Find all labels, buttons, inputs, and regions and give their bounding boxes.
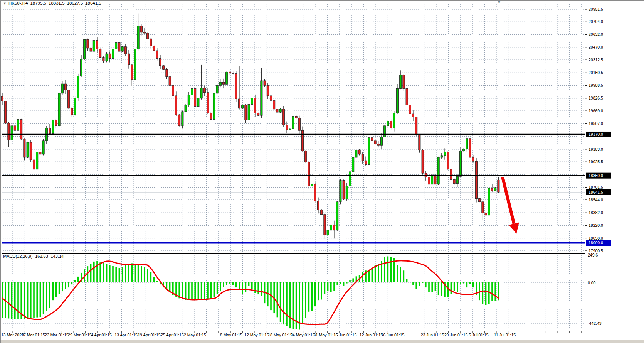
macd-histogram-bar bbox=[362, 272, 363, 282]
candle-body bbox=[77, 76, 79, 98]
candle-body bbox=[286, 125, 288, 130]
macd-histogram-bar bbox=[289, 282, 291, 328]
candle-body bbox=[374, 141, 376, 144]
window-bottom-strip bbox=[0, 340, 644, 343]
candle-body bbox=[68, 90, 70, 108]
candle-body bbox=[340, 180, 341, 201]
macd-histogram-bar bbox=[415, 282, 417, 289]
candle-body bbox=[308, 162, 310, 186]
macd-histogram-bar bbox=[128, 264, 129, 282]
candle-body bbox=[384, 126, 386, 137]
candle-body bbox=[118, 42, 120, 51]
macd-histogram-bar bbox=[330, 282, 332, 292]
macd-histogram-bar bbox=[308, 282, 310, 312]
candle-body bbox=[456, 176, 458, 183]
macd-histogram-bar bbox=[324, 282, 326, 294]
candle-body bbox=[362, 154, 363, 161]
candle-body bbox=[422, 150, 424, 173]
price-label-badge-text: 18850.0 bbox=[589, 173, 603, 178]
macd-histogram-bar bbox=[447, 282, 449, 297]
macd-histogram-bar bbox=[412, 282, 414, 285]
candle-body bbox=[33, 160, 35, 169]
candle-body bbox=[441, 156, 442, 157]
candle-body bbox=[109, 54, 111, 58]
candle-body bbox=[437, 157, 439, 184]
macd-histogram-bar bbox=[277, 282, 278, 317]
macd-histogram-bar bbox=[425, 282, 427, 287]
macd-histogram-bar bbox=[201, 282, 202, 299]
candle-body bbox=[282, 109, 284, 125]
macd-histogram-bar bbox=[99, 262, 101, 282]
candle-body bbox=[333, 225, 335, 230]
candle-body bbox=[229, 72, 231, 73]
macd-histogram-bar bbox=[488, 282, 490, 304]
time-axis-label: 25 Apr 01:15 bbox=[161, 333, 184, 337]
macd-histogram-bar bbox=[191, 282, 193, 300]
macd-histogram-bar bbox=[90, 264, 92, 282]
candle-body bbox=[242, 105, 244, 108]
ohlc-high: 18831.5 bbox=[49, 1, 65, 5]
time-axis-label: 12 May 01:15 bbox=[244, 333, 269, 337]
macd-histogram-bar bbox=[378, 264, 379, 282]
macd-histogram-bar bbox=[463, 282, 464, 284]
macd-histogram-bar bbox=[400, 267, 401, 282]
macd-axis-label: 249.6 bbox=[588, 253, 598, 257]
candle-body bbox=[412, 114, 414, 117]
candle-body bbox=[5, 101, 7, 123]
macd-histogram-bar bbox=[257, 282, 259, 294]
candle-body bbox=[251, 98, 253, 104]
macd-histogram-bar bbox=[131, 263, 133, 282]
candle-body bbox=[482, 202, 484, 213]
macd-histogram-bar bbox=[182, 282, 183, 299]
macd-histogram-bar bbox=[65, 282, 66, 289]
macd-histogram-bar bbox=[482, 282, 484, 304]
time-axis-label: 16 Jun 01:15 bbox=[381, 333, 405, 337]
macd-histogram-bar bbox=[17, 282, 19, 319]
macd-histogram-bar bbox=[232, 282, 234, 285]
price-tick-label: 20470.0 bbox=[589, 45, 603, 49]
macd-histogram-bar bbox=[293, 282, 294, 329]
candle-body bbox=[153, 46, 155, 51]
chart-context-arrow-icon[interactable]: ▼ bbox=[3, 2, 7, 5]
candle-body bbox=[203, 88, 205, 92]
time-axis-label: 19 Apr 01:15 bbox=[138, 333, 161, 337]
candle-body bbox=[406, 88, 408, 105]
candle-body bbox=[210, 113, 212, 119]
candle-body bbox=[393, 113, 395, 128]
macd-histogram-bar bbox=[267, 282, 269, 306]
candle-body bbox=[39, 152, 41, 154]
chart-canvas[interactable]: 20951.520794.020632.020470.020312.520150… bbox=[0, 0, 644, 343]
macd-histogram-bar bbox=[156, 281, 158, 282]
macd-histogram-bar bbox=[305, 282, 306, 318]
candle-body bbox=[264, 81, 266, 85]
chart-shift-marker-icon[interactable]: ▼ bbox=[497, 0, 501, 4]
candle-body bbox=[124, 47, 126, 54]
candle-body bbox=[58, 93, 60, 126]
macd-histogram-bar bbox=[71, 282, 73, 284]
macd-label-text: MACD(12,26,9) -162.63 -143.14 bbox=[3, 254, 64, 259]
candle-body bbox=[232, 73, 234, 73]
candle-body bbox=[30, 142, 32, 160]
candle-body bbox=[273, 100, 275, 109]
candle-body bbox=[150, 39, 152, 46]
candle-body bbox=[327, 230, 329, 235]
macd-histogram-bar bbox=[198, 282, 199, 299]
candle-body bbox=[475, 161, 477, 198]
candle-body bbox=[459, 151, 461, 177]
candle-body bbox=[248, 105, 250, 120]
candle-body bbox=[317, 201, 319, 210]
macd-histogram-bar bbox=[318, 282, 319, 300]
candle-body bbox=[358, 150, 360, 154]
macd-histogram-bar bbox=[390, 257, 392, 282]
candle-body bbox=[305, 151, 307, 162]
candle-body bbox=[298, 118, 300, 130]
candle-body bbox=[219, 82, 221, 85]
candle-body bbox=[36, 152, 38, 169]
macd-histogram-bar bbox=[147, 269, 148, 282]
price-tick-label: 18544.0 bbox=[589, 198, 603, 202]
candle-body bbox=[17, 119, 19, 130]
macd-histogram-bar bbox=[349, 280, 351, 282]
candle-body bbox=[261, 81, 262, 115]
time-axis-label: 12 Jun 01:15 bbox=[360, 333, 383, 337]
macd-histogram-bar bbox=[62, 282, 63, 291]
